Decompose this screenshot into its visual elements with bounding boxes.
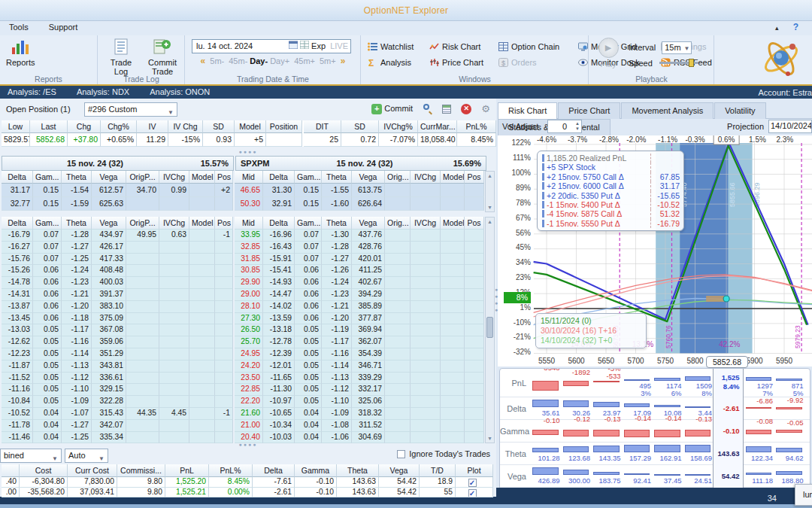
ignore-trades-checkbox[interactable]: Ignore Today's Trades — [397, 449, 490, 458]
position-row[interactable]: 32.770.15-1.59625.63 — [2, 197, 233, 211]
chain-row[interactable]: 20.40-10.030.04-1.06304.69 — [235, 432, 484, 444]
collapse-ribbon-icon[interactable]: ▴ — [775, 24, 779, 32]
projection-date-input[interactable]: 14/10/2024 — [768, 120, 812, 133]
chain-row[interactable]: 30.85-15.410.06-1.26411.25 — [235, 265, 484, 277]
auto-select[interactable]: Auto▼ — [65, 449, 108, 463]
nav-5m-minus[interactable]: 5m- — [210, 56, 224, 65]
windows-button-analysis[interactable]: ΣAnalysis — [368, 58, 411, 67]
chain-row[interactable]: -16.790.07-1.28434.9749.950.63-1 — [2, 230, 233, 242]
commit-button[interactable]: + Commit — [371, 104, 413, 113]
chain-row[interactable]: 25.70-12.780.05-1.17362.07 — [235, 336, 484, 348]
scroll-thumb[interactable] — [486, 317, 493, 338]
chain-row[interactable]: -13.450.06-1.18375.09 — [2, 313, 233, 325]
menu-support[interactable]: Support — [40, 21, 87, 33]
chain-row[interactable]: 26.50-13.180.05-1.19369.94 — [235, 324, 484, 336]
chain-row[interactable]: -14.310.06-1.21391.37 — [2, 289, 233, 301]
tab-analysis-es[interactable]: Analysis: /ES — [0, 86, 67, 99]
combined-select[interactable]: bined▼ — [0, 449, 62, 463]
position-row[interactable]: 46.6531.300.15-1.55613.75 — [235, 184, 484, 197]
tab-risk-chart[interactable]: Risk Chart — [498, 102, 557, 119]
position-row[interactable]: 50.3032.910.15-1.60626.64 — [235, 197, 484, 211]
chain-row[interactable]: 29.90-14.930.06-1.24402.67 — [235, 277, 484, 289]
plot-checkbox[interactable]: ✓ — [468, 489, 477, 497]
chain-row[interactable]: -10.520.04-1.07315.4344.354.45-1 — [2, 408, 233, 420]
tab-movement-analysis[interactable]: Movement Analysis — [621, 102, 714, 119]
speed-slider[interactable] — [659, 62, 698, 64]
vertical-splitter[interactable]: ●●●● — [493, 286, 499, 331]
reports-button[interactable]: Reports — [6, 35, 35, 67]
chain-row[interactable]: 24.20-12.010.05-1.14346.71 — [235, 360, 484, 373]
plot-checkbox[interactable]: ✓ — [468, 479, 477, 487]
tab-analysis-ndx[interactable]: Analysis: NDX — [69, 86, 140, 99]
nav-45m-minus[interactable]: 45m- — [229, 56, 247, 65]
chain-row[interactable]: 29.00-14.470.06-1.23394.29 — [235, 289, 484, 301]
risk-chart[interactable]: 5733.775774.405855.665896.295673.035760.… — [498, 135, 812, 367]
chain-row[interactable]: -12.620.05-1.16359.06 — [2, 336, 233, 348]
chain-row[interactable]: 28.10-14.020.06-1.21385.89 — [235, 301, 484, 313]
chain-row[interactable]: -14.780.06-1.23400.03 — [2, 277, 233, 289]
commit-trade-button[interactable]: Commit Trade — [141, 35, 183, 76]
trading-date-input[interactable]: lu. 14 oct. 2024 Exp LIVE — [192, 39, 351, 53]
vol-adjust-spinner[interactable]: 0 ▲▼ — [547, 120, 582, 133]
horizontal-splitter[interactable]: ●●●● — [0, 151, 496, 154]
greek-cell: 300.00 — [561, 465, 592, 488]
totals-row[interactable]: .40-6,304.807,830.009.801,525.208.45%-7.… — [2, 477, 493, 488]
chain-row[interactable]: -11.780.04-1.27342.07 — [2, 420, 233, 432]
position-scrollbar[interactable]: ▲▼ — [485, 171, 495, 212]
nav-day-plus[interactable]: Day+ — [270, 56, 289, 65]
tab-analysis-onon[interactable]: Analysis: ONON — [142, 86, 220, 99]
horizontal-splitter-2[interactable]: ●●●● — [0, 443, 496, 447]
chain-row[interactable]: -15.260.06-1.24408.48 — [2, 265, 233, 277]
chain-row[interactable]: 21.00-10.340.04-1.08311.52 — [235, 420, 484, 432]
chain-row[interactable]: -16.270.07-1.27426.17 — [2, 242, 233, 254]
nav-day-minus[interactable]: Day- — [250, 56, 268, 65]
chain-row[interactable]: 23.50-11.650.05-1.13339.29 — [235, 373, 484, 385]
position-select[interactable]: #296 Custom▼ — [84, 102, 177, 117]
chain-row[interactable]: -11.160.05-1.10329.15 — [2, 384, 233, 396]
scroll-down-icon[interactable]: ▼ — [486, 205, 494, 210]
chain-row[interactable]: -13.030.05-1.17367.08 — [2, 324, 233, 336]
windows-button-risk-chart[interactable]: Risk Chart — [429, 42, 480, 51]
scroll-down-icon[interactable]: ▼ — [486, 436, 494, 441]
help-icon[interactable]: ? — [793, 22, 798, 32]
chain-row[interactable]: -12.230.05-1.14351.29 — [2, 348, 233, 360]
windows-button-price-chart[interactable]: Price Chart — [429, 58, 483, 67]
chain-row[interactable]: -11.870.05-1.13343.81 — [2, 360, 233, 373]
tab-volatility[interactable]: Volatility — [714, 102, 765, 119]
chain-row[interactable]: -11.460.04-1.25335.34 — [2, 432, 233, 444]
trade-log-button[interactable]: Trade Log — [103, 35, 139, 76]
play-button[interactable]: ▶ — [598, 38, 619, 58]
chain-row[interactable]: -13.870.06-1.20383.10 — [2, 301, 233, 313]
nav-5m-plus[interactable]: 5m+ — [320, 56, 336, 65]
tab-price-chart[interactable]: Price Chart — [558, 102, 620, 119]
close-position-icon[interactable]: ✕ — [461, 104, 471, 114]
scroll-up-icon[interactable]: ▲ — [486, 173, 494, 178]
windows-button-watchlist[interactable]: Watchlist — [368, 42, 414, 51]
table-cell — [385, 420, 411, 432]
chain-row[interactable]: -11.520.05-1.12336.61 — [2, 373, 233, 385]
search-icon[interactable] — [423, 104, 432, 114]
calendar-icon[interactable] — [289, 41, 298, 50]
windows-button-option-chain[interactable]: Option Chain — [498, 42, 559, 51]
position-row[interactable]: 31.170.15-1.54612.5734.700.99+2 — [2, 184, 233, 197]
chain-row[interactable]: 31.85-15.910.07-1.27420.01 — [235, 254, 484, 266]
chain-row[interactable]: 24.95-12.390.05-1.16354.39 — [235, 348, 484, 360]
nav-45m-plus[interactable]: 45m+ — [294, 56, 315, 65]
chain-row[interactable]: 22.20-10.970.05-1.10325.06 — [235, 396, 484, 408]
menu-tools[interactable]: Tools — [0, 21, 38, 33]
fast-back-icon[interactable]: « — [201, 56, 206, 66]
chain-row[interactable]: 22.85-11.300.05-1.12332.17 — [235, 384, 484, 396]
chain-row[interactable]: 27.30-13.590.06-1.20377.87 — [235, 313, 484, 325]
chain-row[interactable]: 32.85-16.430.07-1.28428.76 — [235, 242, 484, 254]
interval-select[interactable]: 15m▼ — [662, 41, 692, 54]
chain-row[interactable]: -15.760.07-1.25417.33 — [2, 254, 233, 266]
gear-icon[interactable]: ⚙ — [481, 103, 490, 114]
export-table-icon[interactable] — [442, 105, 451, 114]
chain-row[interactable]: 21.60-10.650.04-1.09318.32 — [235, 408, 484, 420]
chain-row[interactable]: 33.95-16.960.07-1.30437.76 — [235, 230, 484, 242]
totals-row[interactable]: .00-35,568.2037,093.419.801,525.210.00%-… — [2, 488, 493, 498]
grid-icon[interactable] — [300, 41, 309, 50]
scroll-up-icon[interactable]: ▲ — [486, 219, 494, 224]
fast-forward-icon[interactable]: » — [341, 56, 346, 66]
chain-row[interactable]: -10.840.05-1.09322.28 — [2, 396, 233, 408]
